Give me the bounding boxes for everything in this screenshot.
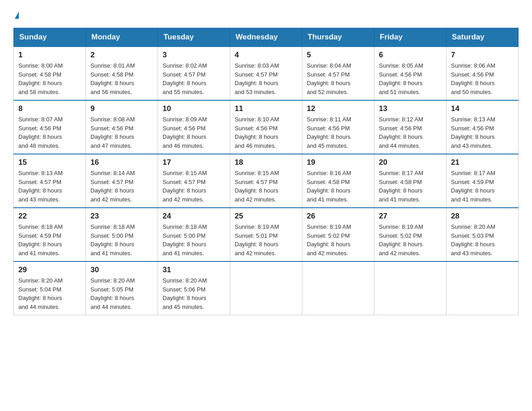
calendar-cell [230, 261, 302, 315]
calendar-week-1: 1 Sunrise: 8:00 AM Sunset: 4:58 PM Dayli… [14, 47, 519, 100]
day-number: 16 [90, 158, 153, 167]
calendar-week-5: 29 Sunrise: 8:20 AM Sunset: 5:04 PM Dayl… [14, 261, 519, 315]
day-info: Sunrise: 8:18 AM Sunset: 4:59 PM Dayligh… [18, 223, 81, 257]
calendar-cell: 12 Sunrise: 8:11 AM Sunset: 4:56 PM Dayl… [302, 100, 374, 154]
calendar-cell: 13 Sunrise: 8:12 AM Sunset: 4:56 PM Dayl… [374, 100, 446, 154]
calendar-cell: 14 Sunrise: 8:13 AM Sunset: 4:56 PM Dayl… [446, 100, 519, 154]
day-info: Sunrise: 8:19 AM Sunset: 5:01 PM Dayligh… [235, 223, 297, 257]
day-number: 26 [307, 212, 369, 221]
day-number: 22 [18, 212, 81, 221]
day-number: 21 [451, 158, 514, 167]
logo [13, 9, 19, 19]
calendar-cell: 10 Sunrise: 8:09 AM Sunset: 4:56 PM Dayl… [158, 100, 230, 154]
day-info: Sunrise: 8:09 AM Sunset: 4:56 PM Dayligh… [163, 115, 225, 150]
page-header [13, 9, 519, 19]
day-number: 6 [379, 51, 442, 60]
calendar-cell: 24 Sunrise: 8:18 AM Sunset: 5:00 PM Dayl… [158, 208, 230, 261]
calendar-week-3: 15 Sunrise: 8:13 AM Sunset: 4:57 PM Dayl… [14, 154, 519, 208]
calendar-cell: 16 Sunrise: 8:14 AM Sunset: 4:57 PM Dayl… [86, 154, 158, 208]
day-number: 11 [235, 104, 297, 113]
calendar-cell: 27 Sunrise: 8:19 AM Sunset: 5:02 PM Dayl… [374, 208, 446, 261]
calendar-cell: 30 Sunrise: 8:20 AM Sunset: 5:05 PM Dayl… [86, 261, 158, 315]
day-info: Sunrise: 8:11 AM Sunset: 4:56 PM Dayligh… [307, 115, 369, 150]
calendar-cell: 28 Sunrise: 8:20 AM Sunset: 5:03 PM Dayl… [446, 208, 519, 261]
day-header-thursday: Thursday [302, 28, 374, 47]
calendar-cell: 23 Sunrise: 8:18 AM Sunset: 5:00 PM Dayl… [86, 208, 158, 261]
day-info: Sunrise: 8:08 AM Sunset: 4:56 PM Dayligh… [90, 115, 153, 150]
day-info: Sunrise: 8:20 AM Sunset: 5:06 PM Dayligh… [163, 276, 225, 311]
day-info: Sunrise: 8:16 AM Sunset: 4:58 PM Dayligh… [307, 169, 369, 204]
calendar-cell: 25 Sunrise: 8:19 AM Sunset: 5:01 PM Dayl… [230, 208, 302, 261]
day-info: Sunrise: 8:20 AM Sunset: 5:04 PM Dayligh… [18, 276, 81, 311]
calendar-cell: 8 Sunrise: 8:07 AM Sunset: 4:56 PM Dayli… [14, 100, 86, 154]
day-number: 2 [90, 51, 153, 60]
day-number: 8 [18, 104, 81, 113]
day-number: 10 [163, 104, 225, 113]
day-info: Sunrise: 8:02 AM Sunset: 4:57 PM Dayligh… [163, 61, 225, 96]
day-header-monday: Monday [86, 28, 158, 47]
day-number: 25 [235, 212, 297, 221]
logo-text [13, 9, 19, 19]
day-header-saturday: Saturday [446, 28, 519, 47]
calendar-cell: 7 Sunrise: 8:06 AM Sunset: 4:56 PM Dayli… [446, 47, 519, 100]
day-info: Sunrise: 8:04 AM Sunset: 4:57 PM Dayligh… [307, 61, 369, 96]
day-info: Sunrise: 8:17 AM Sunset: 4:58 PM Dayligh… [379, 169, 442, 204]
calendar-cell: 3 Sunrise: 8:02 AM Sunset: 4:57 PM Dayli… [158, 47, 230, 100]
day-number: 7 [451, 51, 514, 60]
day-info: Sunrise: 8:06 AM Sunset: 4:56 PM Dayligh… [451, 61, 514, 96]
day-header-friday: Friday [374, 28, 446, 47]
day-number: 19 [307, 158, 369, 167]
day-number: 9 [90, 104, 153, 113]
calendar-cell: 22 Sunrise: 8:18 AM Sunset: 4:59 PM Dayl… [14, 208, 86, 261]
day-info: Sunrise: 8:20 AM Sunset: 5:05 PM Dayligh… [90, 276, 153, 311]
calendar-cell: 26 Sunrise: 8:19 AM Sunset: 5:02 PM Dayl… [302, 208, 374, 261]
calendar-cell: 19 Sunrise: 8:16 AM Sunset: 4:58 PM Dayl… [302, 154, 374, 208]
day-number: 12 [307, 104, 369, 113]
calendar-cell: 21 Sunrise: 8:17 AM Sunset: 4:59 PM Dayl… [446, 154, 519, 208]
calendar-cell [302, 261, 374, 315]
day-info: Sunrise: 8:20 AM Sunset: 5:03 PM Dayligh… [451, 223, 514, 257]
day-info: Sunrise: 8:17 AM Sunset: 4:59 PM Dayligh… [451, 169, 514, 204]
day-info: Sunrise: 8:01 AM Sunset: 4:58 PM Dayligh… [90, 61, 153, 96]
day-info: Sunrise: 8:13 AM Sunset: 4:56 PM Dayligh… [451, 115, 514, 150]
day-number: 29 [18, 265, 81, 274]
day-number: 14 [451, 104, 514, 113]
day-info: Sunrise: 8:18 AM Sunset: 5:00 PM Dayligh… [163, 223, 225, 257]
day-header-tuesday: Tuesday [158, 28, 230, 47]
day-number: 3 [163, 51, 225, 60]
day-number: 13 [379, 104, 442, 113]
day-number: 31 [163, 265, 225, 274]
day-number: 28 [451, 212, 514, 221]
day-number: 1 [18, 51, 81, 60]
calendar-cell: 6 Sunrise: 8:05 AM Sunset: 4:56 PM Dayli… [374, 47, 446, 100]
calendar-week-4: 22 Sunrise: 8:18 AM Sunset: 4:59 PM Dayl… [14, 208, 519, 261]
day-number: 20 [379, 158, 442, 167]
calendar: SundayMondayTuesdayWednesdayThursdayFrid… [13, 28, 519, 315]
calendar-cell: 1 Sunrise: 8:00 AM Sunset: 4:58 PM Dayli… [14, 47, 86, 100]
day-info: Sunrise: 8:18 AM Sunset: 5:00 PM Dayligh… [90, 223, 153, 257]
calendar-cell: 4 Sunrise: 8:03 AM Sunset: 4:57 PM Dayli… [230, 47, 302, 100]
calendar-cell: 31 Sunrise: 8:20 AM Sunset: 5:06 PM Dayl… [158, 261, 230, 315]
day-header-sunday: Sunday [14, 28, 86, 47]
calendar-cell: 17 Sunrise: 8:15 AM Sunset: 4:57 PM Dayl… [158, 154, 230, 208]
day-info: Sunrise: 8:14 AM Sunset: 4:57 PM Dayligh… [90, 169, 153, 204]
day-number: 27 [379, 212, 442, 221]
day-number: 4 [235, 51, 297, 60]
calendar-cell [446, 261, 519, 315]
calendar-cell [374, 261, 446, 315]
day-number: 17 [163, 158, 225, 167]
calendar-cell: 5 Sunrise: 8:04 AM Sunset: 4:57 PM Dayli… [302, 47, 374, 100]
calendar-header-row: SundayMondayTuesdayWednesdayThursdayFrid… [14, 28, 519, 47]
day-number: 23 [90, 212, 153, 221]
day-info: Sunrise: 8:03 AM Sunset: 4:57 PM Dayligh… [235, 61, 297, 96]
calendar-cell: 29 Sunrise: 8:20 AM Sunset: 5:04 PM Dayl… [14, 261, 86, 315]
day-header-wednesday: Wednesday [230, 28, 302, 47]
day-info: Sunrise: 8:12 AM Sunset: 4:56 PM Dayligh… [379, 115, 442, 150]
day-number: 18 [235, 158, 297, 167]
day-number: 15 [18, 158, 81, 167]
calendar-cell: 2 Sunrise: 8:01 AM Sunset: 4:58 PM Dayli… [86, 47, 158, 100]
day-number: 30 [90, 265, 153, 274]
calendar-cell: 9 Sunrise: 8:08 AM Sunset: 4:56 PM Dayli… [86, 100, 158, 154]
calendar-cell: 15 Sunrise: 8:13 AM Sunset: 4:57 PM Dayl… [14, 154, 86, 208]
day-info: Sunrise: 8:19 AM Sunset: 5:02 PM Dayligh… [379, 223, 442, 257]
